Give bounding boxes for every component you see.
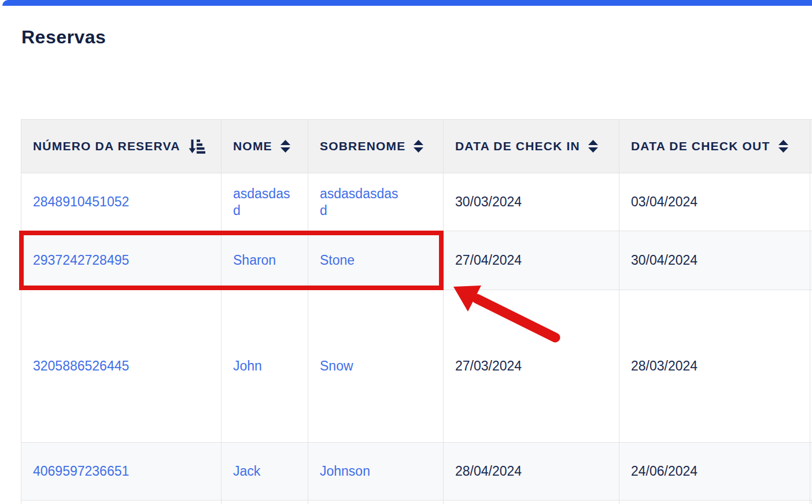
table-row: 2848910451052asdasdasdasdasdasdasd30/03/… <box>21 173 812 231</box>
numero-cell: 2937242728495 <box>21 231 222 290</box>
last-name-link[interactable]: Stone <box>320 252 355 269</box>
sobrenome-cell: asdasdasdasd <box>308 173 444 231</box>
empty-cell <box>619 501 810 504</box>
check-in-date: 27/03/2024 <box>455 358 522 375</box>
nome-cell: asdasdasd <box>222 173 308 231</box>
table-row: 3205886526445JohnSnow27/03/202428/03/202… <box>21 290 812 443</box>
last-name-link[interactable]: Snow <box>320 358 353 375</box>
nome-cell: Jack <box>222 443 308 501</box>
empty-cell <box>308 501 444 504</box>
sobrenome-cell: Stone <box>308 231 444 290</box>
checkout-cell: 24/06/2024 <box>619 443 810 501</box>
checkout-cell: 03/04/2024 <box>619 173 810 231</box>
column-header-data-de-check-out[interactable]: DATA DE CHECK OUT <box>619 120 810 173</box>
table-row: 4069597236651JackJohnson28/04/202424/06/… <box>21 443 812 501</box>
first-name-link[interactable]: Jack <box>233 463 260 480</box>
reservation-number-link[interactable]: 3205886526445 <box>33 358 129 375</box>
sobrenome-cell: Snow <box>308 290 444 443</box>
sobrenome-cell: Johnson <box>308 443 444 501</box>
check-out-date: 28/03/2024 <box>631 358 697 375</box>
column-header-label: NOME <box>233 139 272 153</box>
reservation-number-link[interactable]: 2937242728495 <box>33 252 129 269</box>
reservation-number-link[interactable]: 4069597236651 <box>33 463 129 480</box>
sort-both-icon <box>414 140 423 153</box>
checkin-cell: 30/03/2024 <box>444 173 619 231</box>
checkout-cell: 30/04/2024 <box>619 231 810 290</box>
first-name-link[interactable]: John <box>233 358 262 375</box>
last-name-link[interactable]: Johnson <box>320 463 370 480</box>
numero-cell: 3205886526445 <box>21 290 222 443</box>
checkin-cell: 28/04/2024 <box>444 443 619 501</box>
column-header-data-de-check-in[interactable]: DATA DE CHECK IN <box>444 120 619 173</box>
last-name-link[interactable]: asdasdasdasd <box>320 186 401 219</box>
column-header-sobrenome[interactable]: SOBRENOME <box>308 120 444 173</box>
reservations-table: NÚMERO DA RESERVA NOME <box>21 119 812 504</box>
table-body: 2848910451052asdasdasdasdasdasdasd30/03/… <box>21 173 812 504</box>
numero-cell: 4069597236651 <box>21 443 222 501</box>
page: Reservas NÚMERO DA RESERVA NOME <box>0 0 812 504</box>
empty-cell <box>444 501 619 504</box>
column-header-label: DATA DE CHECK OUT <box>631 139 770 153</box>
check-out-date: 03/04/2024 <box>631 194 697 210</box>
checkout-cell: 28/03/2024 <box>619 290 810 443</box>
check-in-date: 28/04/2024 <box>455 463 522 480</box>
empty-cell <box>21 501 222 504</box>
table-header-row: NÚMERO DA RESERVA NOME <box>21 120 812 173</box>
page-title: Reservas <box>21 27 106 48</box>
table-row-partial <box>21 501 812 504</box>
column-header-nome[interactable]: NOME <box>222 120 308 173</box>
column-header-label: NÚMERO DA RESERVA <box>33 139 180 153</box>
checkin-cell: 27/03/2024 <box>444 290 619 443</box>
column-header-numero-da-reserva[interactable]: NÚMERO DA RESERVA <box>21 120 222 173</box>
reservation-number-link[interactable]: 2848910451052 <box>33 194 129 210</box>
numero-cell: 2848910451052 <box>21 173 222 231</box>
check-in-date: 30/03/2024 <box>455 194 522 210</box>
table-row-highlighted: 2937242728495SharonStone27/04/202430/04/… <box>21 231 812 290</box>
first-name-link[interactable]: Sharon <box>233 252 276 269</box>
nome-cell: John <box>222 290 308 443</box>
check-out-date: 24/06/2024 <box>631 463 697 480</box>
check-out-date: 30/04/2024 <box>631 252 697 269</box>
column-header-label: SOBRENOME <box>320 139 405 153</box>
first-name-link[interactable]: asdasdasd <box>233 186 293 219</box>
empty-cell <box>222 501 308 504</box>
sort-both-icon <box>778 140 788 153</box>
checkin-cell: 27/04/2024 <box>444 231 619 290</box>
sort-descending-icon <box>189 139 205 154</box>
sort-both-icon <box>588 140 598 153</box>
column-header-label: DATA DE CHECK IN <box>455 139 580 153</box>
card-top-accent-bar <box>2 0 812 6</box>
check-in-date: 27/04/2024 <box>455 252 522 269</box>
sort-both-icon <box>280 140 290 153</box>
nome-cell: Sharon <box>222 231 308 290</box>
